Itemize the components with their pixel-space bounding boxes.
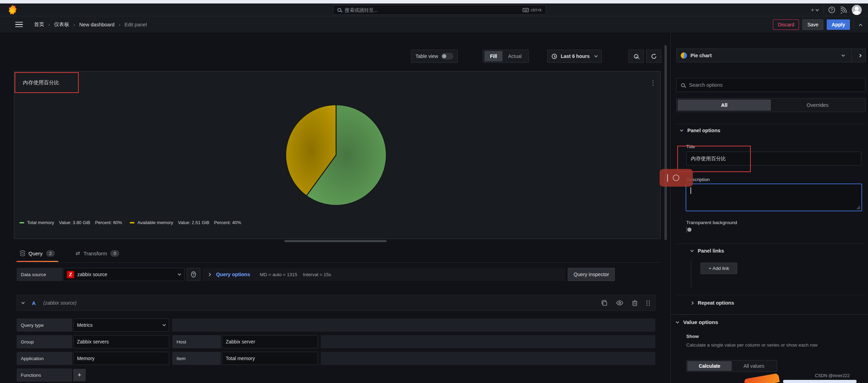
row-filler	[172, 318, 655, 332]
calculate-option[interactable]: Calculate	[687, 361, 732, 371]
global-search-input[interactable]	[345, 7, 519, 13]
database-icon	[20, 250, 25, 256]
panel-links-header[interactable]: Panel links	[691, 248, 724, 254]
discard-button[interactable]: Discard	[773, 19, 799, 30]
apply-button[interactable]: Apply	[827, 19, 850, 30]
all-values-option[interactable]: All values	[732, 361, 776, 371]
datasource-help-button[interactable]: ?	[187, 268, 200, 281]
query-datasource-hint: (zabbix source)	[43, 300, 77, 306]
breadcrumb-dashboard-name[interactable]: New dashboard	[79, 22, 115, 27]
search-icon	[681, 83, 685, 87]
grafana-logo[interactable]	[8, 5, 17, 15]
csdn-logo	[744, 373, 780, 383]
group-input[interactable]: Zabbix servers	[73, 335, 169, 348]
panel-title-input[interactable]	[686, 152, 861, 165]
editor-tabs: Query 2 ⇄ Transform 0	[14, 245, 661, 263]
datasource-value: zabbix source	[77, 272, 107, 277]
panel-menu-icon[interactable]: ⋮	[650, 79, 656, 87]
legend-percent: Percent: 40%	[214, 220, 241, 225]
item-input[interactable]: Total memory	[222, 352, 318, 365]
tab-transform[interactable]: ⇄ Transform 0	[72, 245, 123, 262]
zoom-out-button[interactable]	[628, 50, 644, 63]
time-range-label: Last 6 hours	[561, 53, 590, 59]
top-navbar: ctrl+k + ?	[0, 3, 868, 16]
section-divider	[676, 295, 866, 295]
host-input[interactable]: Zabbix server	[222, 335, 318, 348]
transparent-bg-toggle[interactable]	[686, 227, 687, 233]
trash-icon[interactable]	[632, 300, 637, 306]
tab-query[interactable]: Query 2	[17, 245, 58, 262]
eye-icon[interactable]	[616, 300, 623, 305]
show-radio-group: Calculate All values	[686, 360, 777, 372]
horizontal-scrollbar[interactable]	[284, 240, 387, 242]
grafana-edit-panel-page: ctrl+k + ? 首页 › 仪表板 › New dashboard › Ed…	[0, 0, 868, 383]
save-button[interactable]: Save	[802, 19, 823, 30]
add-function-button[interactable]: +	[73, 369, 86, 381]
group-value: Zabbix servers	[77, 339, 109, 344]
row-filler	[321, 352, 655, 365]
breadcrumb-dashboards[interactable]: 仪表板	[54, 21, 69, 28]
duplicate-icon[interactable]	[601, 300, 607, 306]
actual-option[interactable]: Actual	[502, 51, 527, 61]
news-rss-icon[interactable]	[840, 7, 847, 14]
shortcut-hint: ctrl+k	[523, 7, 542, 12]
global-search[interactable]: ctrl+k	[333, 5, 546, 15]
breadcrumb-home[interactable]: 首页	[34, 21, 44, 28]
add-link-button[interactable]: + Add link	[701, 263, 737, 274]
tab-overrides[interactable]: Overrides	[771, 100, 864, 111]
host-value: Zabbix server	[226, 339, 255, 344]
datasource-picker[interactable]: Z zabbix source	[63, 268, 184, 281]
resize-handle-icon[interactable]	[857, 206, 860, 209]
datasource-label: Data source	[17, 268, 62, 281]
chevron-down-icon	[690, 249, 694, 252]
search-icon	[337, 8, 341, 12]
user-avatar[interactable]	[852, 5, 862, 15]
refresh-button[interactable]	[646, 50, 661, 63]
host-label: Host	[172, 335, 221, 348]
query-inspector-button[interactable]: Query inspector	[568, 268, 615, 281]
query-options-link[interactable]: Query options	[216, 272, 250, 277]
query-row-header[interactable]: A (zabbix source)	[17, 295, 655, 311]
zoom-out-icon	[634, 54, 638, 59]
browser-top-strip	[0, 0, 868, 3]
screenshot-tool-button[interactable]	[660, 169, 693, 187]
tool-bar-icon	[667, 174, 668, 182]
group-label: Group	[17, 335, 72, 348]
collapse-query-icon[interactable]	[22, 301, 25, 304]
application-input[interactable]: Memory	[73, 352, 169, 365]
time-range-picker[interactable]: Last 6 hours	[547, 50, 602, 63]
query-ref-id: A	[32, 300, 36, 306]
help-icon[interactable]: ?	[828, 7, 835, 13]
legend-value: Value: 3.80 GiB	[59, 220, 90, 225]
legend-series-name[interactable]: Total memory	[27, 220, 54, 225]
fill-option[interactable]: Fill	[484, 51, 502, 61]
vertical-scrollbar[interactable]	[664, 45, 667, 240]
viz-picker-label: Pie chart	[690, 53, 712, 58]
text-caret	[690, 187, 691, 194]
menu-toggle-icon[interactable]	[15, 22, 23, 27]
chevron-right-icon[interactable]	[208, 273, 211, 276]
new-menu-button[interactable]: +	[811, 7, 818, 14]
legend-series-name[interactable]: Available memory	[137, 220, 173, 225]
collapse-sidebar-icon[interactable]	[858, 54, 862, 57]
options-search-input[interactable]	[689, 82, 861, 88]
repeat-options-header[interactable]: Repeat options	[691, 300, 734, 306]
options-search[interactable]	[676, 78, 866, 92]
collapse-header-icon[interactable]	[859, 24, 862, 27]
panel-options-header[interactable]: Panel options	[680, 128, 720, 133]
legend-swatch	[19, 222, 24, 223]
drag-handle-icon[interactable]	[646, 300, 650, 306]
pie-chart-icon	[681, 52, 687, 59]
viz-picker[interactable]: Pie chart	[676, 49, 866, 62]
options-filter-tabs: All Overrides	[676, 98, 866, 112]
interval-info: Interval = 15s	[303, 272, 331, 277]
item-label: Item	[172, 352, 221, 365]
breadcrumb-separator: ›	[48, 22, 50, 27]
table-view-label: Table view	[415, 53, 438, 59]
tab-all-options[interactable]: All	[678, 100, 771, 111]
value-options-header[interactable]: Value options	[676, 319, 718, 325]
panel-description-textarea[interactable]	[686, 184, 862, 211]
table-view-toggle[interactable]	[441, 53, 453, 59]
pie-chart[interactable]	[284, 103, 388, 207]
query-type-select[interactable]: Metrics	[73, 318, 169, 332]
